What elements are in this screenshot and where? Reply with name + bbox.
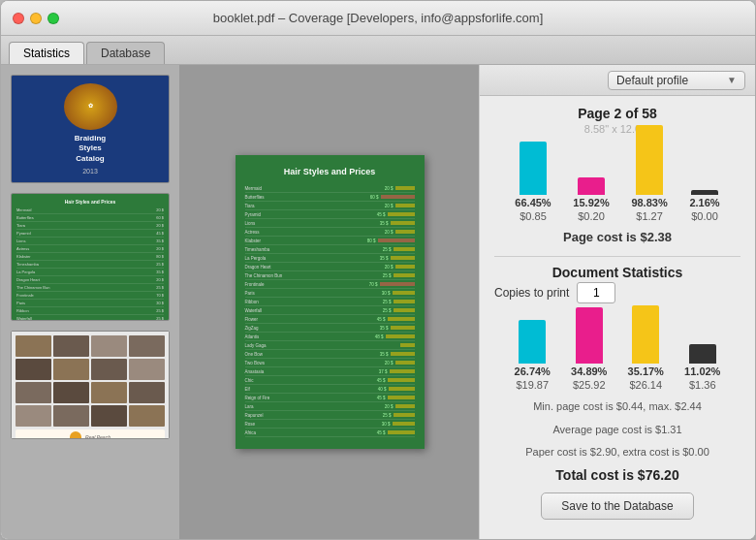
cover-title: Braiding Styles Catalog [75,134,106,164]
doc-black-cost: $1.36 [689,379,716,391]
window-title: booklet.pdf – Coverage [Developers, info… [213,11,544,25]
list-item: Frontinale70 $ [16,293,164,300]
table-row: Atlantis48 $ [245,333,415,341]
yellow-bar-group: 98.83% $1.27 [631,125,667,222]
thumb3-footer: Real Peach [16,429,165,439]
doc-cyan-bar [519,320,546,364]
profile-dropdown[interactable]: Default profile ▼ [608,71,745,90]
list-item: Paris30 $ [16,301,164,307]
yellow-cost: $1.27 [636,210,663,222]
yellow-bar [636,125,663,195]
copies-input[interactable] [577,282,615,303]
thumb2-rows: Mermaid20 $ Butterflies60 $ Tiara20 $ Py… [16,207,164,321]
maximize-button[interactable] [47,13,59,24]
table-row: Rapunzel25 $ [245,411,415,420]
table-row: The Chinamon Bun25 $ [245,271,415,280]
list-item: Actress20 $ [16,246,164,253]
doc-stats-title: Document Statistics [494,265,740,280]
thumb2-title: Hair Styles and Prices [16,199,164,205]
table-row: Klabster80 $ [245,237,415,245]
table-row: Tiara20 $ [245,202,415,210]
yellow-pct: 98.83% [631,197,667,208]
tabbar: Statistics Database [1,36,755,65]
table-row: Timeshamba25 $ [245,245,415,254]
dropdown-arrow-icon: ▼ [727,75,737,85]
doc-magenta-cost: $25.92 [573,379,606,391]
table-row: Lara20 $ [245,402,415,411]
list-item: Butterflies60 $ [16,215,164,222]
profile-header: Default profile ▼ [480,65,755,96]
statistics-panel: Default profile ▼ Page 2 of 58 8.58" x 1… [479,65,755,539]
table-row: Lions35 $ [245,219,415,228]
list-item: Ribbon25 $ [16,308,164,315]
main-window: booklet.pdf – Coverage [Developers, info… [0,0,756,540]
price-table: Mermaid20 $ Butterflies60 $ Tiara20 $ Py… [245,184,415,437]
list-item: Pyramid45 $ [16,231,164,238]
cyan-bar [520,142,547,195]
tab-database[interactable]: Database [86,42,165,64]
profile-label: Default profile [616,74,688,87]
traffic-lights [13,13,59,24]
main-content: ✿ Braiding Styles Catalog 2013 Hair Styl… [1,65,755,539]
table-row: Reign of Fire45 $ [245,394,415,402]
min-max-text: Min. page cost is $0.44, max. $2.44 [494,398,740,416]
table-row: Two Bows20 $ [245,359,415,367]
black-pct: 2.16% [689,197,719,208]
table-row: Elf40 $ [245,385,415,394]
list-item: La Pergola35 $ [16,270,164,276]
save-to-database-button[interactable]: Save to the Database [541,492,693,520]
doc-black-bar [689,344,716,364]
table-row: Mermaid20 $ [245,184,415,193]
page-cmyk-bars: 66.45% $0.85 15.92% $0.20 98.83% $1.27 [494,144,740,222]
thumbnail-1[interactable]: ✿ Braiding Styles Catalog 2013 [11,75,170,183]
doc-yellow-cost: $26.14 [629,379,662,391]
average-text: Average page cost is $1.31 [494,422,740,439]
doc-cyan-pct: 26.74% [515,365,551,377]
magenta-bar-group: 15.92% $0.20 [573,177,609,222]
thumbnail-2[interactable]: Hair Styles and Prices Mermaid20 $ Butte… [11,193,170,321]
table-row: Paris30 $ [245,289,415,298]
list-item: Timeshamba25 $ [16,262,164,269]
thumbnail-3[interactable]: Real Peach [11,331,170,439]
titlebar: booklet.pdf – Coverage [Developers, info… [1,1,755,36]
table-row: Rose30 $ [245,420,415,429]
cyan-cost: $0.85 [520,210,547,222]
cover-year: 2013 [82,168,98,175]
table-row: Pyramid45 $ [245,210,415,219]
table-row: Waterfall25 $ [245,306,415,315]
doc-yellow-pct: 35.17% [628,365,664,377]
black-bar-group: 2.16% $0.00 [689,190,719,222]
table-row: One Bow35 $ [245,350,415,359]
thumb3-grid [16,335,165,427]
list-item: Klabster80 $ [16,254,164,261]
table-row: Dragon Heart20 $ [245,263,415,271]
page-cost: Page cost is $2.38 [494,230,740,244]
doc-cmyk-bars: 26.74% $19.87 34.89% $25.92 35.17% $26.1… [494,313,740,391]
table-row: Frontinale70 $ [245,280,415,289]
cyan-bar-group: 66.45% $0.85 [515,142,551,222]
minimize-button[interactable] [30,13,42,24]
table-row: Chic45 $ [245,376,415,385]
table-row: Flower45 $ [245,315,415,324]
tab-statistics[interactable]: Statistics [9,42,84,64]
table-row: Anastasia37 $ [245,367,415,376]
doc-black-pct: 11.02% [684,365,720,377]
close-button[interactable] [13,13,24,24]
magenta-cost: $0.20 [578,210,605,222]
magenta-pct: 15.92% [573,197,609,208]
divider [494,256,740,257]
doc-magenta-bar [576,307,603,364]
page-stats-section: Page 2 of 58 8.58" x 12.01" 66.45% $0.85… [494,106,740,244]
list-item: The Chinamon Bun25 $ [16,285,164,292]
list-item: Waterfall25 $ [16,316,164,321]
doc-stats-section: Document Statistics Copies to print 26.7… [494,265,740,520]
table-row: Ribbon25 $ [245,298,415,306]
page-stats-title: Page 2 of 58 [494,106,740,121]
magenta-bar [578,177,605,195]
copies-label: Copies to print [494,286,569,300]
table-row: Lady Gaga [245,341,415,350]
table-row: La Pergola35 $ [245,254,415,263]
list-item: Mermaid20 $ [16,207,164,214]
list-item: Dragon Heart20 $ [16,277,164,284]
cyan-pct: 66.45% [515,197,551,208]
